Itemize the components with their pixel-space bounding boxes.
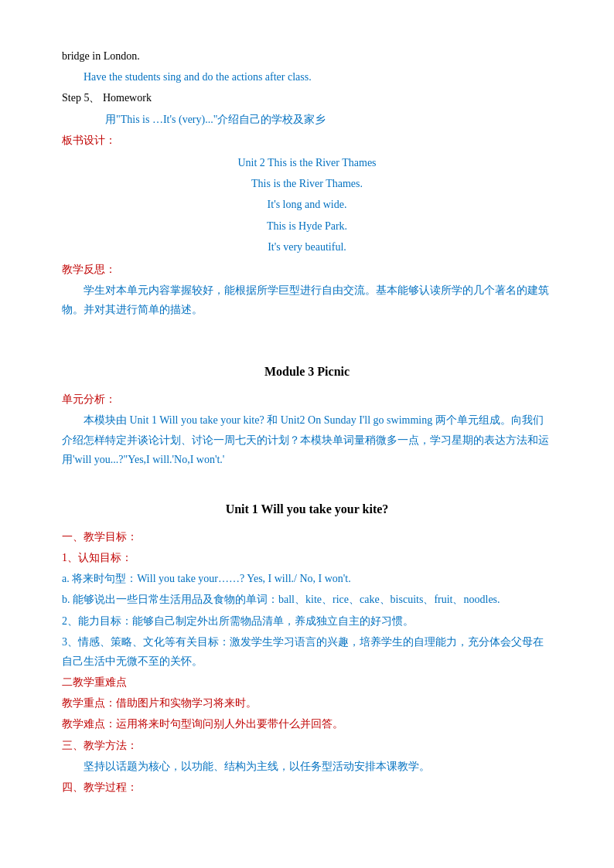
unit-analysis-label: 单元分析： [62,390,552,409]
board-line1: Unit 2 This is the River Thames [62,153,552,172]
method-text: 坚持以话题为核心，以功能、结构为主线，以任务型活动安排本课教学。 [62,757,552,776]
difficult-point: 教学难点：运用将来时句型询问别人外出要带什么并回答。 [62,714,552,734]
document-body: bridge in London. Have the students sing… [62,46,552,797]
module3-title: Module 3 Picnic [62,361,552,383]
board-design-section: Unit 2 This is the River Thames This is … [62,153,552,257]
teaching-process: 四、教学过程： [62,778,552,797]
cognitive-goals: 1、认知目标： [62,548,552,567]
unit-analysis-text: 本模块由 Unit 1 Will you take your kite? 和 U… [62,410,552,469]
board-design-label: 板书设计： [62,131,552,150]
emotion-goals: 3、情感、策略、文化等有关目标：激发学生学习语言的兴趣，培养学生的自理能力，充分… [62,632,552,671]
bridge-line: bridge in London. [62,46,552,66]
teaching-goals: 一、教学目标： [62,527,552,546]
reflection-label: 教学反思： [62,260,552,279]
ability-goals: 2、能力目标：能够自己制定外出所需物品清单，养成独立自主的好习惯。 [62,611,552,631]
unit1-title: Unit 1 Will you take your kite? [62,499,552,521]
key-point: 教学重点：借助图片和实物学习将来时。 [62,693,552,713]
step5-line: Step 5、 Homework [62,88,552,107]
board-line5: It's very beautiful. [62,237,552,257]
board-line4: This is Hyde Park. [62,216,552,236]
teaching-method: 三、教学方法： [62,736,552,755]
action-line: Have the students sing and do the action… [62,67,552,87]
teaching-key: 二教学重难点 [62,672,552,692]
reflection-text: 学生对本单元内容掌握较好，能根据所学巨型进行自由交流。基本能够认读所学的几个著名… [62,281,552,319]
goal-a: a. 将来时句型：Will you take your……? Yes, I wi… [62,569,552,588]
board-line2: This is the River Thames. [62,174,552,193]
homework-zh: 用"This is …It's (very)..."介绍自己的学校及家乡 [62,110,552,129]
board-line3: It's long and wide. [62,195,552,214]
goal-b: b. 能够说出一些日常生活用品及食物的单词：ball、kite、rice、cak… [62,590,552,609]
